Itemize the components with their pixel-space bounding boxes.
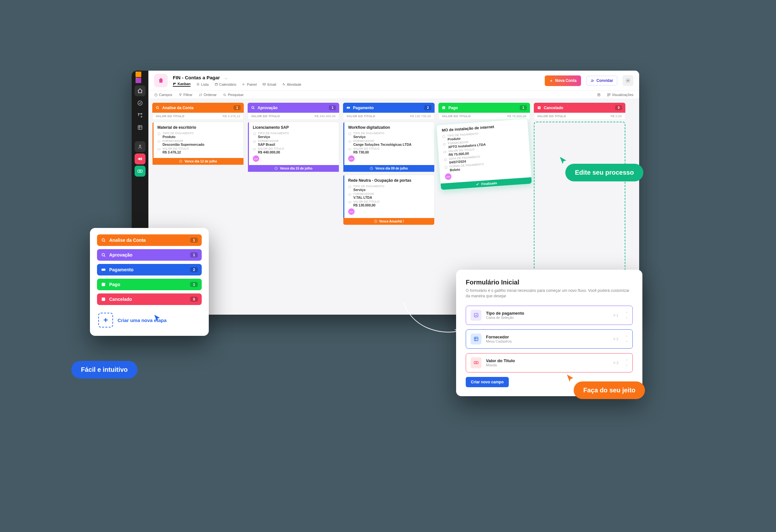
sidebar-item-team[interactable] — [135, 141, 146, 152]
project-header: FIN - Contas a Pagar ⌵ Kanban Lista Cale… — [148, 71, 639, 90]
svg-rect-21 — [158, 133, 160, 135]
avatar: zoc — [348, 156, 355, 162]
svg-point-25 — [252, 106, 254, 109]
svg-rect-37 — [349, 194, 351, 196]
sidebar-item-grid[interactable] — [135, 122, 146, 133]
column-header[interactable]: Aprovação1 — [248, 103, 339, 113]
svg-rect-4 — [138, 125, 142, 129]
stage-chip-analise[interactable]: Analise da Conta1 — [97, 234, 202, 246]
svg-point-48 — [102, 253, 105, 256]
kanban-card[interactable]: Licenciamento SAP TIPO DE PAGAMENTOServi… — [248, 122, 339, 172]
svg-rect-42 — [443, 144, 445, 145]
plus-icon: + — [98, 313, 113, 327]
kanban-card[interactable]: Rede Neutra - Ocupação de portas TIPO DE… — [343, 175, 434, 225]
cursor-icon — [558, 156, 568, 166]
svg-rect-19 — [609, 93, 610, 95]
svg-point-20 — [156, 106, 159, 109]
svg-point-1 — [138, 113, 139, 114]
column-aprovacao: Aprovação1 VALOR DO TÍTULOR$ 440.000,00 … — [248, 103, 339, 311]
toolbar-visualizacoes[interactable]: Visualizações — [607, 93, 633, 97]
kanban-card-tilted[interactable]: MO de instalação de internet TIPO DE PAG… — [436, 118, 532, 190]
sidebar-item-home[interactable] — [135, 85, 146, 96]
avatar: zoc — [348, 208, 355, 215]
svg-rect-28 — [253, 149, 256, 150]
svg-point-5 — [139, 145, 141, 147]
toolbar-save-icon[interactable] — [597, 93, 601, 97]
toolbar-campos[interactable]: Campos — [154, 93, 172, 97]
cursor-icon — [153, 314, 161, 322]
cursor-icon — [565, 374, 575, 383]
stage-chip-pago[interactable]: Pago1 — [97, 279, 202, 290]
svg-rect-32 — [349, 133, 351, 135]
svg-point-7 — [140, 171, 141, 172]
tab-painel[interactable]: Painel — [242, 82, 257, 87]
tab-atividade[interactable]: Atividade — [282, 82, 301, 87]
column-header[interactable]: Pagamento2 — [343, 103, 434, 113]
svg-rect-40 — [442, 106, 445, 109]
svg-rect-8 — [173, 82, 174, 85]
avatar: zoc — [445, 173, 451, 180]
form-field-tipo[interactable]: Tipo de pagamentoCaixa de Seleção # 1 ⌃⌄ — [466, 306, 633, 325]
svg-rect-34 — [349, 149, 351, 150]
svg-point-14 — [627, 80, 628, 81]
reorder-arrows-icon[interactable]: ⌃⌄ — [625, 335, 628, 342]
kanban-card[interactable]: Material de escritório TIPO DE PAGAMENTO… — [152, 122, 244, 165]
stage-chip-aprovacao[interactable]: Aprovação1 — [97, 249, 202, 261]
svg-point-0 — [138, 101, 142, 105]
sidebar-item-analytics[interactable] — [135, 110, 146, 121]
invite-button[interactable]: Convidar — [586, 76, 617, 85]
sidebar-item-announce[interactable] — [135, 154, 146, 165]
svg-rect-6 — [138, 170, 142, 173]
create-field-button[interactable]: Criar novo campo — [466, 377, 509, 387]
svg-point-2 — [141, 116, 142, 117]
svg-rect-41 — [443, 136, 445, 138]
column-header[interactable]: Analise da Conta1 — [152, 103, 244, 113]
toolbar-filtrar[interactable]: Filtrar — [179, 93, 192, 97]
chevron-down-icon[interactable]: ⌵ — [224, 74, 228, 80]
svg-point-13 — [592, 79, 593, 80]
svg-rect-12 — [263, 83, 266, 85]
svg-rect-26 — [253, 133, 256, 135]
tab-email[interactable]: Email — [262, 82, 276, 87]
svg-rect-9 — [174, 82, 175, 84]
tab-kanban[interactable]: Kanban — [173, 82, 190, 87]
sidebar-item-money[interactable] — [135, 166, 146, 177]
svg-rect-27 — [253, 141, 256, 143]
create-stage-button[interactable]: + Criar uma nova etapa — [97, 308, 202, 329]
avatar: zoc — [253, 156, 259, 162]
stage-chip-cancelado[interactable]: Cancelado0 — [97, 293, 202, 305]
svg-rect-54 — [474, 361, 478, 364]
plus-icon: ＋ — [549, 78, 553, 83]
reorder-arrows-icon[interactable]: ⌃⌄ — [625, 359, 628, 366]
project-title: FIN - Contas a Pagar — [173, 75, 220, 80]
sidebar-item-check[interactable] — [135, 97, 146, 108]
settings-button[interactable] — [622, 75, 633, 86]
column-header[interactable]: Pago1 — [438, 103, 530, 113]
svg-rect-18 — [607, 93, 608, 96]
callout-pill-green: Edite seu processo — [565, 164, 643, 182]
svg-rect-45 — [445, 166, 447, 169]
new-account-button[interactable]: ＋Nova Conta — [545, 75, 581, 86]
kanban-card[interactable]: Workflow digitalization TIPO DE PAGAMENT… — [343, 122, 434, 172]
svg-rect-51 — [102, 298, 106, 301]
svg-point-47 — [102, 239, 105, 241]
svg-rect-17 — [598, 93, 600, 96]
svg-rect-49 — [102, 269, 106, 271]
form-field-valor[interactable]: Valor do TituloMoeda # 3 ⌃⌄ — [466, 353, 633, 372]
reorder-arrows-icon[interactable]: ⌃⌄ — [625, 311, 628, 319]
svg-rect-52 — [474, 313, 477, 317]
svg-rect-36 — [349, 186, 351, 188]
svg-rect-38 — [349, 202, 351, 203]
svg-rect-22 — [158, 141, 160, 143]
tab-lista[interactable]: Lista — [196, 82, 208, 87]
toolbar-pesquisar[interactable]: Pesquisar — [223, 93, 243, 97]
stage-chip-pagamento[interactable]: Pagamento2 — [97, 264, 202, 275]
svg-point-31 — [348, 107, 349, 108]
tab-calendario[interactable]: Calendário — [215, 82, 236, 87]
column-pagamento: Pagamento2 VALOR DO TÍTULOR$ 130.730,00 … — [343, 103, 434, 311]
form-title: Formulário Inicial — [466, 279, 633, 286]
column-header[interactable]: Cancelado0 — [534, 103, 625, 113]
toolbar-ordenar[interactable]: Ordenar — [199, 93, 216, 97]
svg-rect-44 — [444, 159, 446, 161]
form-field-fornecedor[interactable]: FornecedorMeus Cadastros # 2 ⌃⌄ — [466, 329, 633, 349]
